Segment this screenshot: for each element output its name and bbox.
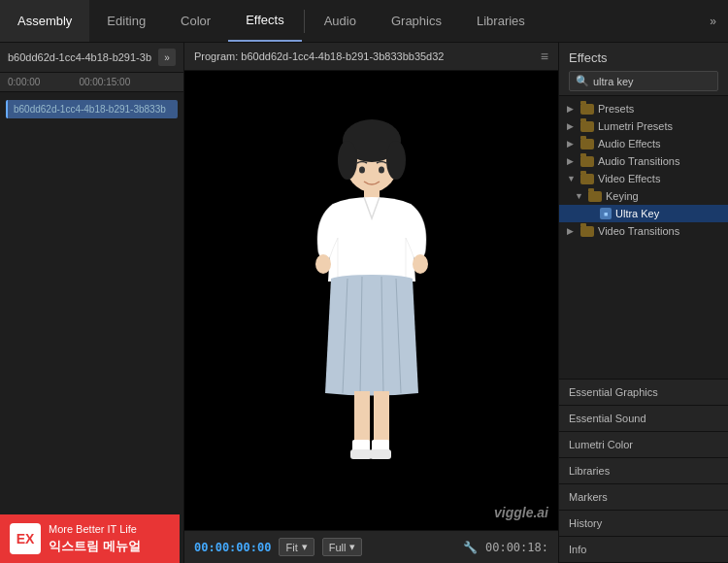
- watermark: viggle.ai: [494, 505, 548, 520]
- timecode-start: 00:00:00:00: [194, 541, 271, 554]
- bottom-panels: Essential Graphics Essential Sound Lumet…: [559, 379, 728, 563]
- program-title: Program: b60dd62d-1cc4-4b18-b291-3b833bb…: [194, 50, 533, 62]
- tree-arrow-lumetri: ▶: [567, 121, 577, 131]
- main-layout: b60dd62d-1cc4-4b18-b291-3b » 0:00:00 00:…: [0, 43, 728, 563]
- tree-arrow-keying: ▼: [575, 191, 584, 201]
- tree-arrow-presets: ▶: [567, 104, 577, 114]
- svg-rect-11: [354, 391, 370, 445]
- folder-icon-video-transitions: [580, 226, 594, 237]
- panel-history[interactable]: History: [559, 511, 728, 537]
- folder-icon-video-effects: [580, 174, 594, 184]
- preview-area: viggle.ai: [184, 71, 558, 530]
- nav-divider: [304, 10, 305, 33]
- program-monitor: Program: b60dd62d-1cc4-4b18-b291-3b833bb…: [184, 43, 558, 563]
- program-bottom-bar: 00:00:00:00 Fit ▾ Full ▾ 🔧 00:00:18:: [184, 530, 558, 563]
- panel-markers[interactable]: Markers: [559, 484, 728, 511]
- tree-item-lumetri[interactable]: ▶ Lumetri Presets: [559, 117, 728, 135]
- folder-icon-audio-transitions: [580, 156, 594, 167]
- timeline-header: b60dd62d-1cc4-4b18-b291-3b »: [0, 43, 183, 73]
- timeline-track: b60dd62d-1cc4-4b18-b291-3b833b: [0, 92, 183, 563]
- program-header: Program: b60dd62d-1cc4-4b18-b291-3b833bb…: [184, 43, 558, 71]
- ruler-time-start: 0:00:00: [8, 77, 40, 87]
- timeline-ruler: 0:00:00 00:00:15:00: [0, 73, 183, 92]
- nav-audio[interactable]: Audio: [307, 0, 374, 42]
- nav-effects[interactable]: Effects: [228, 0, 302, 42]
- nav-assembly[interactable]: Assembly: [0, 0, 89, 42]
- svg-point-18: [379, 166, 384, 173]
- effects-tree: ▶ Presets ▶ Lumetri Presets ▶ Audio Effe…: [559, 96, 728, 379]
- nav-libraries[interactable]: Libraries: [459, 0, 543, 42]
- effects-panel-title: Effects: [569, 50, 718, 65]
- tree-arrow-audio-effects: ▶: [567, 139, 577, 149]
- timeline-clip[interactable]: b60dd62d-1cc4-4b18-b291-3b833b: [6, 100, 178, 118]
- nav-editing[interactable]: Editing: [89, 0, 163, 42]
- panel-lumetri-color[interactable]: Lumetri Color: [559, 432, 728, 458]
- ruler-time-mid: 00:00:15:00: [79, 77, 130, 87]
- timecode-end: 00:00:18:: [485, 541, 548, 554]
- tree-item-audio-effects[interactable]: ▶ Audio Effects: [559, 135, 728, 152]
- tree-item-ultra-key[interactable]: ■ Ultra Key: [559, 205, 728, 222]
- logo-text: More Better IT Life 익스트림 메뉴얼: [49, 522, 141, 555]
- panel-info[interactable]: Info: [559, 537, 728, 563]
- tree-item-video-effects[interactable]: ▼ Video Effects: [559, 170, 728, 187]
- program-menu-icon[interactable]: ≡: [541, 49, 548, 64]
- top-nav: Assembly Editing Color Effects Audio Gra…: [0, 0, 728, 43]
- logo-icon: EX: [10, 523, 41, 554]
- effects-search-input[interactable]: [593, 76, 711, 87]
- search-box: 🔍: [569, 71, 718, 91]
- tree-arrow-audio-transitions: ▶: [567, 156, 577, 166]
- svg-rect-12: [374, 391, 389, 445]
- preview-content: [284, 112, 459, 490]
- fit-dropdown[interactable]: Fit ▾: [279, 538, 314, 556]
- tree-item-video-transitions[interactable]: ▶ Video Transitions: [559, 222, 728, 240]
- svg-point-6: [413, 254, 428, 274]
- folder-icon-lumetri: [580, 121, 594, 132]
- svg-rect-15: [350, 449, 372, 459]
- full-dropdown[interactable]: Full ▾: [322, 538, 363, 556]
- folder-icon-presets: [580, 104, 594, 115]
- svg-point-2: [338, 141, 357, 180]
- panel-essential-sound[interactable]: Essential Sound: [559, 406, 728, 432]
- tree-item-presets[interactable]: ▶ Presets: [559, 100, 728, 117]
- timeline-expand-button[interactable]: »: [158, 49, 176, 66]
- logo-badge: EX More Better IT Life 익스트림 메뉴얼: [0, 514, 180, 563]
- effect-icon-ultra-key: ■: [600, 208, 612, 219]
- svg-rect-16: [370, 449, 391, 459]
- folder-icon-audio-effects: [580, 139, 594, 149]
- svg-point-17: [359, 166, 365, 173]
- tree-arrow-video-transitions: ▶: [567, 226, 577, 236]
- panel-essential-graphics[interactable]: Essential Graphics: [559, 380, 728, 406]
- nav-more-button[interactable]: »: [698, 0, 728, 42]
- nav-graphics[interactable]: Graphics: [374, 0, 459, 42]
- effects-header: Effects 🔍: [559, 43, 728, 96]
- tree-item-keying[interactable]: ▼ Keying: [559, 187, 728, 205]
- tree-item-audio-transitions[interactable]: ▶ Audio Transitions: [559, 152, 728, 170]
- timeline-panel: b60dd62d-1cc4-4b18-b291-3b » 0:00:00 00:…: [0, 43, 184, 563]
- nav-color[interactable]: Color: [163, 0, 228, 42]
- wrench-icon[interactable]: 🔧: [463, 541, 478, 554]
- search-icon: 🔍: [576, 75, 589, 87]
- effects-panel: Effects 🔍 ▶ Presets ▶ Lumetri Presets ▶: [558, 43, 728, 563]
- panel-libraries[interactable]: Libraries: [559, 458, 728, 484]
- tree-arrow-video-effects: ▼: [567, 174, 577, 183]
- svg-point-3: [386, 141, 406, 180]
- svg-point-5: [315, 254, 331, 274]
- timeline-title: b60dd62d-1cc4-4b18-b291-3b: [8, 51, 154, 63]
- folder-icon-keying: [588, 191, 602, 202]
